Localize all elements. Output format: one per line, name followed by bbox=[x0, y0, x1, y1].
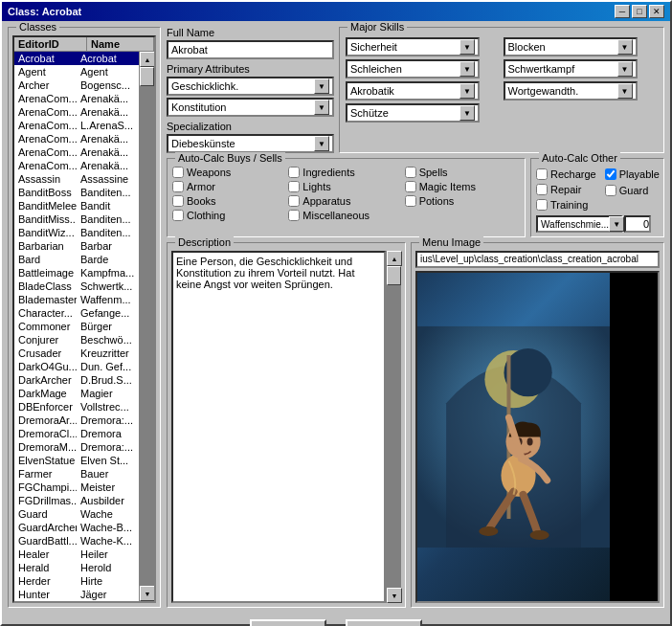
list-item[interactable]: BanditWiz...Banditen... bbox=[14, 226, 139, 239]
description-textarea[interactable]: Eine Person, die Geschicklichkeit und Ko… bbox=[171, 251, 386, 603]
list-item[interactable]: ArcherBogensc... bbox=[14, 78, 139, 92]
image-path: ius\Level_up\class_creation\class_creati… bbox=[415, 251, 660, 268]
full-name-input[interactable] bbox=[167, 40, 334, 59]
training-label: Training bbox=[550, 199, 588, 211]
miscellaneous-checkbox[interactable] bbox=[288, 210, 300, 221]
list-item[interactable]: BanditBossBanditen... bbox=[14, 186, 139, 199]
primary-attr1-dropdown[interactable]: Geschicklichk. ▼ bbox=[167, 77, 334, 96]
list-item[interactable]: HeraldHerold bbox=[14, 561, 139, 574]
list-item[interactable]: BarbarianBarbar bbox=[14, 239, 139, 253]
list-item[interactable]: Character...Gefange... bbox=[14, 306, 139, 320]
desc-scroll-up[interactable]: ▲ bbox=[387, 251, 402, 266]
list-item[interactable]: ArenaCom...L.ArenaS... bbox=[14, 119, 139, 132]
list-item[interactable]: ConjurerBeschwö... bbox=[14, 333, 139, 347]
waffenschmiede-dropdown[interactable]: Waffenschmie... ▼ bbox=[536, 215, 622, 233]
potions-checkbox[interactable] bbox=[405, 195, 416, 207]
list-item[interactable]: BanditMeleeBandit bbox=[14, 199, 139, 212]
classes-list-body[interactable]: AcrobatAcrobatAgentAgentArcherBogensc...… bbox=[14, 52, 139, 601]
specialization-dropdown[interactable]: Diebeskünste ▼ bbox=[167, 134, 334, 153]
skill2-dropdown[interactable]: Blocken ▼ bbox=[504, 37, 638, 56]
armor-checkbox[interactable] bbox=[172, 181, 184, 192]
list-item[interactable]: AssassinAssassine bbox=[14, 172, 139, 186]
list-item[interactable]: DremoraAr...Dremora:... bbox=[14, 414, 139, 427]
specialization-arrow[interactable]: ▼ bbox=[314, 136, 329, 151]
list-item[interactable]: DarkArcherD.Brud.S... bbox=[14, 373, 139, 387]
magic-items-checkbox[interactable] bbox=[405, 181, 416, 192]
skill6-dropdown[interactable]: Wortgewandth. ▼ bbox=[504, 81, 638, 101]
list-item[interactable]: ArenaCom...Arenakä... bbox=[14, 92, 139, 105]
weapons-checkbox[interactable] bbox=[172, 167, 184, 178]
description-scrollbar[interactable]: ▲ ▼ bbox=[386, 251, 401, 603]
list-item[interactable]: BladeClassSchwertk... bbox=[14, 279, 139, 293]
list-item[interactable]: HealerHeiler bbox=[14, 548, 139, 561]
list-item[interactable]: CommonerBürger bbox=[14, 320, 139, 333]
list-item[interactable]: HerderHirte bbox=[14, 574, 139, 588]
list-item[interactable]: BanditMiss...Banditen... bbox=[14, 212, 139, 226]
list-cell-id: Herald bbox=[14, 561, 77, 574]
list-item[interactable]: ArenaCom...Arenakä... bbox=[14, 105, 139, 119]
spells-checkbox[interactable] bbox=[405, 167, 416, 178]
list-item[interactable]: HunterJäger bbox=[14, 588, 139, 601]
books-checkbox[interactable] bbox=[172, 195, 184, 207]
close-button[interactable]: ✕ bbox=[649, 5, 664, 18]
clothing-checkbox[interactable] bbox=[172, 210, 184, 221]
skill4-dropdown[interactable]: Schwertkampf ▼ bbox=[504, 59, 638, 78]
recharge-checkbox[interactable] bbox=[536, 168, 548, 180]
list-item[interactable]: DremoraCl...Dremora bbox=[14, 427, 139, 440]
scroll-down-button[interactable]: ▼ bbox=[140, 586, 154, 601]
repair-checkbox[interactable] bbox=[536, 184, 548, 195]
list-item[interactable]: AgentAgent bbox=[14, 65, 139, 78]
list-item[interactable]: ArenaCom...Arenakä... bbox=[14, 145, 139, 159]
list-item[interactable]: ElvenStatueElven St... bbox=[14, 454, 139, 467]
ok-button[interactable]: OK bbox=[250, 619, 326, 626]
list-item[interactable]: BlademasterWaffenm... bbox=[14, 293, 139, 306]
minimize-button[interactable]: ─ bbox=[615, 5, 630, 18]
cancel-button[interactable]: Cancel bbox=[346, 619, 422, 626]
skill7-dropdown[interactable]: Schütze ▼ bbox=[346, 103, 480, 123]
list-cell-name: Schwertk... bbox=[77, 279, 139, 293]
list-item[interactable]: BattleimageKampfma... bbox=[14, 266, 139, 279]
list-item[interactable]: CrusaderKreuzritter bbox=[14, 347, 139, 360]
list-cell-name: Arenakä... bbox=[77, 145, 139, 159]
primary-attr1-arrow[interactable]: ▼ bbox=[314, 78, 329, 94]
list-item[interactable]: FGDrillmas...Ausbilder bbox=[14, 494, 139, 507]
col-name[interactable]: Name bbox=[87, 37, 154, 51]
list-item[interactable]: FGChampi...Meister bbox=[14, 481, 139, 494]
desc-scroll-thumb[interactable] bbox=[387, 266, 401, 285]
list-item[interactable]: DremoraM...Dremora:... bbox=[14, 440, 139, 454]
desc-scroll-down[interactable]: ▼ bbox=[387, 588, 402, 603]
window-title: Class: Acrobat bbox=[8, 6, 81, 17]
playable-checkbox[interactable] bbox=[605, 168, 616, 180]
list-item[interactable]: GuardArcherWache-B... bbox=[14, 521, 139, 534]
skill3-dropdown[interactable]: Schleichen ▼ bbox=[346, 59, 480, 78]
list-item[interactable]: AcrobatAcrobat bbox=[14, 52, 139, 65]
lights-checkbox[interactable] bbox=[288, 181, 300, 192]
list-item[interactable]: GuardBattl...Wache-K... bbox=[14, 534, 139, 548]
maximize-button[interactable]: □ bbox=[632, 5, 647, 18]
list-cell-name: Acrobat bbox=[77, 52, 139, 65]
list-item[interactable]: DarkO4Gu...Dun. Gef... bbox=[14, 360, 139, 373]
list-cell-name: Wache-K... bbox=[77, 534, 139, 548]
list-item[interactable]: ArenaCom...Arenakä... bbox=[14, 132, 139, 145]
ingredients-checkbox[interactable] bbox=[288, 167, 300, 178]
list-item[interactable]: BardBarde bbox=[14, 253, 139, 266]
waffenschmiede-number[interactable] bbox=[624, 215, 651, 233]
training-checkbox[interactable] bbox=[536, 199, 548, 211]
scroll-up-button[interactable]: ▲ bbox=[140, 52, 154, 67]
skill5-dropdown[interactable]: Akrobatik ▼ bbox=[346, 81, 480, 101]
list-item[interactable]: DBEnforcerVollstrec... bbox=[14, 400, 139, 414]
primary-attr2-arrow[interactable]: ▼ bbox=[314, 100, 329, 115]
scroll-thumb[interactable] bbox=[140, 67, 154, 86]
list-item[interactable]: FarmerBauer bbox=[14, 467, 139, 481]
list-item[interactable]: ArenaCom...Arenakä... bbox=[14, 159, 139, 172]
skill1-dropdown[interactable]: Sicherheit ▼ bbox=[346, 37, 480, 56]
list-cell-name: Dun. Gef... bbox=[77, 360, 139, 373]
apparatus-checkbox[interactable] bbox=[288, 195, 300, 207]
list-scrollbar[interactable]: ▲ ▼ bbox=[139, 52, 154, 601]
bottom-buttons: OK Cancel bbox=[2, 614, 670, 626]
primary-attr2-dropdown[interactable]: Konstitution ▼ bbox=[167, 98, 334, 117]
guard-checkbox[interactable] bbox=[605, 185, 616, 196]
col-editor-id[interactable]: EditorID bbox=[14, 37, 87, 51]
list-item[interactable]: GuardWache bbox=[14, 507, 139, 521]
list-item[interactable]: DarkMageMagier bbox=[14, 387, 139, 400]
